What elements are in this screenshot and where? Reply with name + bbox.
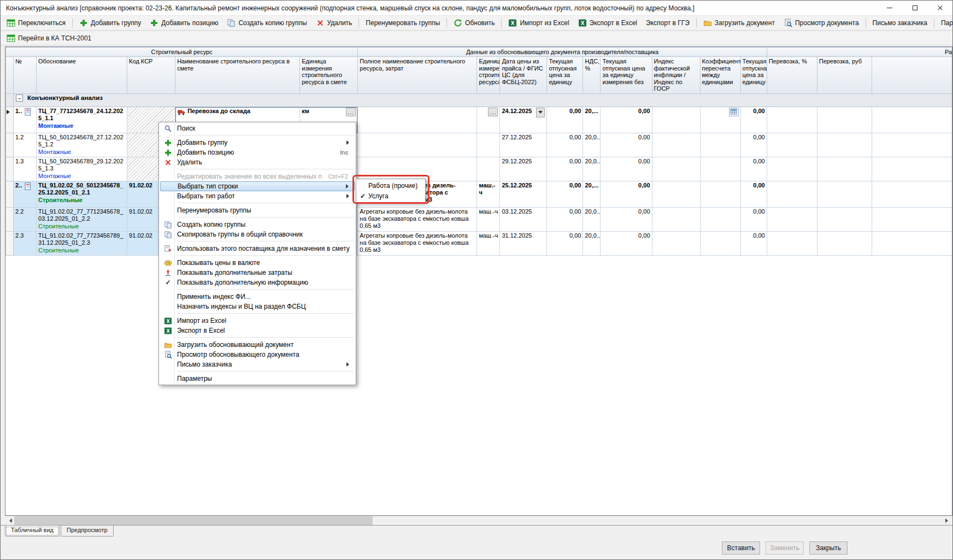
cell-transport-pct[interactable] (767, 231, 817, 255)
cell-num[interactable]: 1.. (14, 107, 37, 133)
scrollbar-thumb[interactable] (14, 516, 373, 525)
menu-item[interactable]: Письмо заказчика (160, 359, 355, 369)
scroll-right-button[interactable] (943, 516, 952, 525)
menu-item[interactable]: Удалить (160, 157, 355, 167)
collapse-group-button[interactable] (16, 95, 23, 102)
cell-transport-rub[interactable] (817, 133, 872, 157)
menu-item[interactable]: Скопировать группы в общий справочник (160, 229, 355, 239)
cell-conversion-coef[interactable] (700, 157, 740, 181)
cell-full-name[interactable]: Агрегаты копровые без дизель-молота на б… (358, 231, 477, 255)
cell-unit-price[interactable]: 0,00 (547, 231, 583, 255)
row-marker-cell[interactable] (6, 133, 14, 157)
cell-full-name[interactable] (358, 133, 477, 157)
column-header-index[interactable]: Индекс фактической инфляции / Индекс по … (652, 57, 700, 94)
menu-item[interactable]: Перенумеровать группы (160, 205, 355, 215)
cell-transport-rub[interactable] (817, 207, 872, 231)
cell-inflation-index[interactable] (652, 107, 700, 133)
cell-price-no-vat[interactable]: 0,00 (601, 157, 652, 181)
column-header-transp_rub[interactable]: Перевозка, руб (817, 57, 872, 94)
cell-full-name[interactable] (358, 107, 477, 133)
cell-vat[interactable]: 20,0... (583, 231, 601, 255)
cell-unit-price[interactable]: 0,00 (547, 133, 583, 157)
cell-inflation-index[interactable] (652, 181, 700, 207)
cell-unit-price[interactable]: 0,00 (547, 207, 583, 231)
cell-supplier-unit[interactable] (477, 157, 500, 181)
column-header-date[interactable]: Дата цены из прайса / ФГИС ЦС (для ФСБЦ-… (500, 57, 547, 94)
cell-price-date[interactable]: 29.12.2025 (500, 157, 547, 181)
toolbar-button[interactable]: Добавить группу (75, 16, 145, 30)
cell-unit-price[interactable]: 0,00 (547, 107, 583, 133)
cell-vat[interactable]: 20,0... (583, 207, 601, 231)
cell-transport-pct[interactable] (767, 157, 817, 181)
cell-num[interactable]: 1.3 (14, 157, 37, 181)
column-header-vat[interactable]: НДС, % (583, 57, 601, 94)
menu-item[interactable]: Назначить индексы и ВЦ на раздел ФСБЦ (160, 302, 355, 311)
cell-current-price[interactable]: 0,00 (740, 157, 767, 181)
cell-justification[interactable]: ТЦ_91.02.02_77_7712345678_03.12.2025_01_… (37, 207, 127, 231)
cell-price-date[interactable]: 24.12.2025 (500, 107, 547, 133)
cell-extra[interactable] (872, 157, 952, 181)
toolbar-button[interactable]: Письмо заказчика (868, 17, 932, 29)
cell-price-no-vat[interactable]: 0,00 (601, 107, 652, 133)
cell-supplier-unit[interactable]: маш.-ч (477, 207, 500, 231)
cell-vat[interactable]: 20,... (583, 181, 601, 207)
column-header-unit2[interactable]: Единица измерения строительного ресурса (477, 57, 500, 94)
menu-item[interactable]: Добавить группу (160, 138, 355, 148)
menu-item[interactable]: ✓Показывать дополнительную информацию (160, 278, 355, 287)
toolbar-button[interactable]: Загрузить документ (699, 16, 779, 30)
cell-transport-pct[interactable] (767, 181, 817, 207)
cell-justification[interactable]: ТЦ_77_7712345678_24.12.2025_1.1Монтажные (37, 107, 127, 133)
column-header-just[interactable]: Обоснование (37, 57, 127, 94)
replace-button[interactable]: Заменить (766, 541, 804, 555)
menu-item[interactable]: Выбрать тип строки (160, 181, 355, 191)
minimize-button[interactable] (877, 1, 902, 15)
cell-transport-rub[interactable] (817, 107, 872, 133)
toolbar-button[interactable]: Добавить позицию (145, 16, 222, 30)
group-title-cell[interactable]: Конъюнктурный анализ (14, 93, 953, 107)
cell-vat[interactable]: 20,0... (583, 133, 601, 157)
cell-current-price[interactable]: 0,00 (740, 231, 767, 255)
toolbar-button[interactable]: Экспорт в ГГЭ (642, 17, 694, 29)
cell-conversion-coef[interactable] (700, 231, 740, 255)
cell-conversion-coef[interactable] (700, 107, 740, 133)
column-header-price2[interactable]: Текущая отпускная цена за единицу (740, 57, 767, 94)
cell-full-name[interactable] (358, 157, 477, 181)
menu-item[interactable]: Показывать дополнительные затраты (160, 268, 355, 278)
close-dialog-button[interactable]: Закрыть (809, 541, 848, 555)
menu-item[interactable]: Импорт из Excel (160, 316, 355, 326)
cell-transport-rub[interactable] (817, 157, 872, 181)
menu-item[interactable]: Выбрать тип работ (160, 191, 355, 201)
menu-item[interactable]: Создать копию группы (160, 220, 355, 229)
toolbar-button[interactable]: Импорт из Excel (504, 16, 573, 30)
cell-vat[interactable]: 20,0... (583, 157, 601, 181)
column-header-price[interactable]: Текущая отпускная цена за единицу (547, 57, 583, 94)
toolbar-button[interactable]: Параметры (937, 17, 953, 29)
cell-current-price[interactable]: 0,00 (740, 207, 767, 231)
row-marker-cell[interactable] (6, 207, 14, 231)
toolbar-button[interactable]: Перенумеровать группы (361, 17, 444, 29)
cell-price-date[interactable]: 25.12.2025 (500, 181, 547, 207)
column-header-marker[interactable] (6, 57, 14, 94)
column-header-unit[interactable]: Единица измерения строительного ресурса … (300, 57, 358, 94)
column-header-fullname[interactable]: Полное наименование строительного ресурс… (358, 57, 477, 94)
full-name-ellipsis-button[interactable] (488, 108, 498, 116)
cell-supplier-unit[interactable] (477, 133, 500, 157)
insert-button[interactable]: Вставить (722, 541, 760, 555)
cell-justification[interactable]: ТЦ_50_5012345678_27.12.2025_1.2Монтажные (37, 133, 127, 157)
tab-table-view[interactable]: Табличный вид (5, 526, 60, 537)
menu-item[interactable]: Экспорт в Excel (160, 326, 355, 335)
cell-current-price[interactable]: 0,00 (740, 133, 767, 157)
cell-price-no-vat[interactable]: 0,00 (601, 133, 652, 157)
column-header-num[interactable]: № (14, 57, 37, 94)
cell-transport-pct[interactable] (767, 133, 817, 157)
cell-extra[interactable] (872, 207, 952, 231)
cell-full-name[interactable]: Агрегаты копровые без дизель-молота на б… (358, 207, 477, 231)
cell-unit-price[interactable]: 0,00 (547, 157, 583, 181)
cell-supplier-unit[interactable] (477, 107, 500, 133)
column-header-extra[interactable] (872, 57, 952, 94)
cell-supplier-unit[interactable]: маш.-ч (477, 231, 500, 255)
cell-transport-rub[interactable] (817, 231, 872, 255)
toolbar-button[interactable]: Экспорт в Excel (574, 16, 642, 30)
cell-conversion-coef[interactable] (700, 207, 740, 231)
cell-price-date[interactable]: 27.12.2025 (500, 133, 547, 157)
